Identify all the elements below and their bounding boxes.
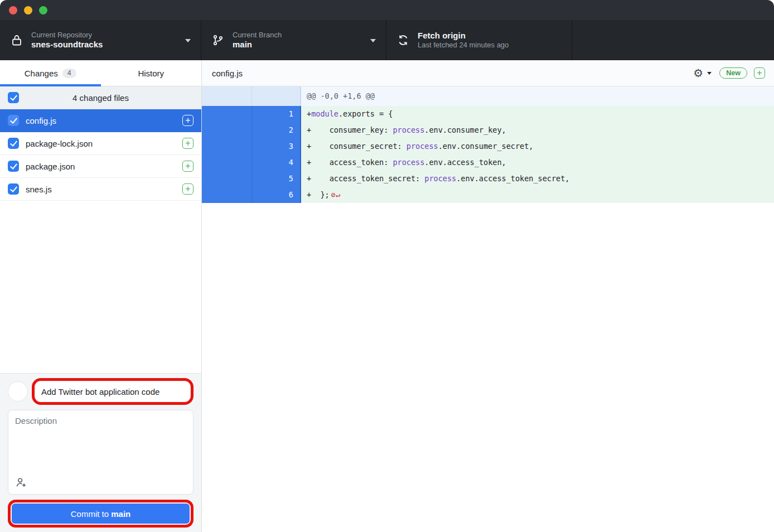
diff-line[interactable]: 2 + consumer_key: process.env.consumer_k… — [202, 122, 774, 138]
lock-icon — [10, 33, 23, 47]
file-row-config-js[interactable]: config.js + — [0, 109, 201, 132]
select-all-row: 4 changed files — [0, 86, 201, 109]
commit-to-main-button[interactable]: Commit to main — [12, 504, 190, 524]
no-newline-icon — [533, 142, 535, 151]
avatar — [8, 381, 28, 402]
gear-icon[interactable]: ⚙ — [693, 67, 703, 79]
code-line: + consumer_key: process.env.consumer_key… — [301, 122, 774, 138]
tab-history[interactable]: History — [101, 60, 202, 86]
file-row-snes-js[interactable]: snes.js + — [0, 178, 201, 201]
annotation-ring-summary — [32, 378, 194, 405]
commit-description-box — [8, 410, 194, 495]
no-newline-icon — [506, 125, 508, 134]
added-file-icon: + — [182, 138, 194, 149]
current-repository-button[interactable]: Current Repository snes-soundtracks — [0, 20, 201, 60]
current-branch-value: main — [233, 40, 282, 50]
new-line-number[interactable]: 4 — [252, 154, 301, 171]
changes-sidebar: Changes 4 History 4 changed files config… — [0, 60, 202, 532]
diff-line[interactable]: 6 + };⊘↵ — [202, 187, 774, 203]
new-line-number[interactable]: 1 — [252, 106, 301, 122]
code-line: +module.exports = { — [301, 106, 774, 122]
git-branch-icon — [211, 33, 225, 47]
chevron-down-icon[interactable] — [707, 72, 712, 75]
added-file-icon: + — [182, 115, 194, 126]
hunk-header-row: @@ -0,0 +1,6 @@ — [202, 86, 774, 106]
file-row-package-lock-json[interactable]: package-lock.json + — [0, 132, 201, 155]
diff-file-name: config.js — [212, 69, 693, 78]
file-name: package.json — [26, 162, 176, 171]
new-line-number[interactable]: 6 — [252, 187, 301, 203]
code-line: + consumer_secret: process.env.consumer_… — [301, 138, 774, 154]
file-checkbox[interactable] — [8, 115, 19, 126]
commit-summary-input[interactable] — [36, 382, 190, 401]
new-line-number[interactable]: 3 — [252, 138, 301, 154]
tab-history-label: History — [138, 69, 164, 78]
old-line-number[interactable] — [202, 138, 252, 154]
current-repository-label: Current Repository — [31, 31, 103, 40]
code-line: + access_token_secret: process.env.acces… — [301, 171, 774, 187]
select-all-checkbox[interactable] — [8, 92, 19, 103]
new-line-number[interactable]: 2 — [252, 122, 301, 138]
chevron-down-icon — [185, 39, 191, 42]
added-file-icon: + — [182, 161, 194, 172]
close-window-button[interactable] — [9, 6, 17, 14]
hunk-header-text: @@ -0,0 +1,6 @@ — [301, 86, 774, 106]
diff-pane: config.js ⚙ New + @@ -0,0 +1,6 @@ 1 +mod… — [202, 60, 774, 532]
code-line: + };⊘↵ — [301, 187, 774, 203]
diff-body: @@ -0,0 +1,6 @@ 1 +module.exports = { 2 … — [202, 86, 774, 203]
current-branch-button[interactable]: Current Branch main — [201, 20, 386, 60]
fetch-origin-label: Fetch origin — [418, 31, 509, 41]
code-line: + access_token: process.env.access_token… — [301, 154, 774, 171]
old-line-number[interactable] — [202, 106, 252, 122]
no-newline-icon — [569, 174, 571, 183]
maximize-window-button[interactable] — [39, 6, 47, 14]
no-newline-icon — [393, 109, 394, 118]
file-list-empty-space — [0, 201, 201, 373]
sync-icon — [396, 33, 410, 47]
fetch-origin-button[interactable]: Fetch origin Last fetched 24 minutes ago — [386, 20, 572, 60]
commit-description-input[interactable] — [8, 410, 193, 473]
titlebar — [0, 0, 774, 20]
current-branch-label: Current Branch — [233, 31, 282, 40]
file-checkbox[interactable] — [8, 138, 19, 149]
changes-count-badge: 4 — [62, 69, 76, 78]
expand-diff-icon[interactable]: + — [754, 67, 765, 79]
changed-files-label: 4 changed files — [72, 93, 129, 103]
diff-line[interactable]: 3 + consumer_secret: process.env.consume… — [202, 138, 774, 154]
diff-header: config.js ⚙ New + — [202, 60, 774, 86]
old-line-number[interactable] — [202, 154, 252, 171]
file-name: package-lock.json — [26, 139, 176, 148]
file-name: config.js — [26, 116, 176, 125]
sidebar-tabs: Changes 4 History — [0, 60, 201, 86]
file-row-package-json[interactable]: package.json + — [0, 155, 201, 178]
fetch-origin-status: Last fetched 24 minutes ago — [418, 41, 509, 50]
file-name: snes.js — [26, 185, 176, 194]
old-line-number[interactable] — [202, 171, 252, 187]
toolbar-spacer — [572, 20, 774, 60]
new-file-badge: New — [719, 67, 747, 79]
new-line-number[interactable]: 5 — [252, 171, 301, 187]
commit-form: Commit to main — [0, 373, 201, 532]
diff-line[interactable]: 4 + access_token: process.env.access_tok… — [202, 154, 774, 171]
current-repository-value: snes-soundtracks — [31, 40, 103, 50]
diff-line[interactable]: 5 + access_token_secret: process.env.acc… — [202, 171, 774, 187]
tab-changes-label: Changes — [25, 69, 58, 78]
add-coauthor-icon[interactable] — [15, 476, 27, 489]
file-checkbox[interactable] — [8, 183, 19, 195]
annotation-ring-commit-button: Commit to main — [8, 500, 194, 528]
file-checkbox[interactable] — [8, 161, 19, 172]
toolbar: Current Repository snes-soundtracks Curr… — [0, 20, 774, 60]
tab-changes[interactable]: Changes 4 — [0, 60, 101, 86]
old-line-number[interactable] — [202, 187, 252, 203]
github-desktop-window: Current Repository snes-soundtracks Curr… — [0, 0, 774, 532]
old-line-number[interactable] — [202, 122, 252, 138]
no-newline-icon — [506, 158, 508, 167]
diff-line[interactable]: 1 +module.exports = { — [202, 106, 774, 122]
minimize-window-button[interactable] — [24, 6, 32, 14]
added-file-icon: + — [182, 183, 194, 195]
chevron-down-icon — [370, 39, 376, 42]
no-newline-icon: ⊘↵ — [330, 190, 340, 199]
